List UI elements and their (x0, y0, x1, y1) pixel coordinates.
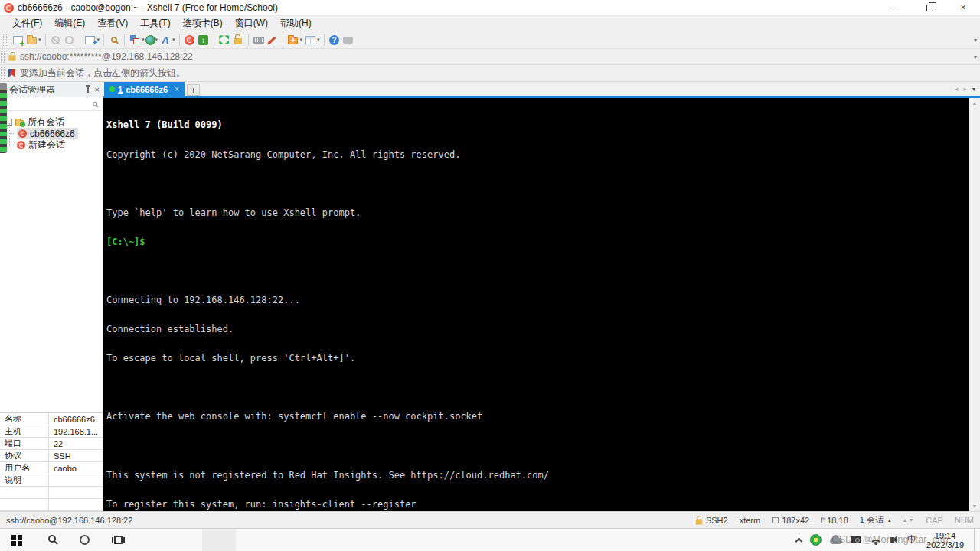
tab-scroll-right-icon[interactable]: ▸ (963, 85, 967, 93)
scroll-up-icon[interactable]: ▲ (972, 100, 978, 106)
tab-session[interactable]: 1 cb66666z6 × (104, 82, 185, 96)
prop-value: caobo (49, 464, 103, 473)
task-view-button[interactable] (101, 529, 135, 551)
lock-icon[interactable] (231, 34, 245, 47)
terminal-line: Connecting to 192.168.146.128:22... (106, 295, 969, 305)
new-file-dropdown[interactable]: ▾ (300, 37, 303, 43)
font-icon[interactable] (158, 34, 172, 47)
taskbar-clock[interactable]: 19:14 2022/3/19 (926, 531, 964, 549)
terminal-area[interactable]: Xshell 7 (Build 0099) Copyright (c) 2020… (103, 98, 980, 511)
taskbar-search-button[interactable] (34, 529, 67, 551)
prop-value: 192.168.1... (49, 427, 103, 436)
status-cursor-position: 18,18 (821, 516, 848, 525)
session-icon (18, 129, 27, 138)
layout-dropdown[interactable]: ▾ (142, 37, 145, 43)
taskbar-vmware-button[interactable] (135, 529, 168, 551)
grid-dropdown[interactable]: ▾ (317, 37, 320, 43)
xshell-icon[interactable] (183, 34, 197, 47)
font-dropdown[interactable]: ▾ (172, 37, 175, 43)
tree-item-new-session[interactable]: 新建会话 (0, 139, 103, 151)
session-count-dropdown[interactable]: 1 会话 ▴ (860, 514, 891, 526)
message-icon[interactable] (341, 34, 355, 47)
antivirus-icon[interactable] (810, 534, 822, 546)
address-lock-icon (9, 55, 16, 60)
show-desktop-button[interactable] (974, 529, 978, 551)
terminal-output[interactable]: Xshell 7 (Build 0099) Copyright (c) 2020… (103, 98, 969, 511)
toolbar-grip (3, 34, 7, 46)
table-row: 名称 cb66666z6 (0, 413, 103, 425)
new-session-icon[interactable] (11, 34, 24, 47)
windows-logo-icon (11, 535, 22, 546)
help-icon[interactable] (328, 34, 341, 47)
terminal-line (106, 383, 969, 393)
new-file-icon[interactable] (286, 34, 300, 47)
clock-time: 19:14 (926, 531, 964, 540)
tray-expand-icon[interactable] (795, 537, 803, 545)
main-area: 会话管理器 × − 所有会话 cb6666 (0, 81, 980, 511)
fullscreen-icon[interactable] (217, 34, 231, 47)
tab-close-icon[interactable]: × (175, 85, 179, 93)
toolbar-overflow-icon[interactable]: ▾ (974, 37, 977, 44)
pin-icon[interactable] (87, 87, 89, 93)
chevron-up-icon: ▴ (888, 517, 891, 523)
grid-icon[interactable] (303, 34, 317, 47)
session-search-input[interactable] (1, 98, 102, 111)
status-terminal-size: 187x42 (772, 516, 809, 525)
restore-button[interactable] (913, 0, 946, 15)
menu-file[interactable]: 文件(F) (6, 17, 48, 30)
table-row-empty (0, 487, 103, 499)
close-button[interactable]: × (946, 0, 980, 15)
xftp-icon[interactable] (197, 34, 211, 47)
address-url-input[interactable]: ssh://caobo:*********@192.168.146.128:22 (20, 51, 193, 62)
terminal-scrollbar[interactable]: ▲ ▼ (969, 98, 980, 511)
taskbar-xshell-button[interactable] (202, 529, 236, 551)
find-icon[interactable] (107, 34, 121, 47)
menu-help[interactable]: 帮助(H) (274, 17, 318, 30)
menu-window[interactable]: 窗口(W) (229, 17, 274, 30)
volume-icon[interactable] (890, 537, 894, 543)
wifi-icon[interactable] (870, 536, 882, 545)
disconnect-icon[interactable] (49, 34, 63, 47)
camera-icon[interactable] (851, 536, 861, 543)
terminal-line: Copyright (c) 2020 NetSarang Computer, I… (106, 150, 969, 160)
start-button[interactable] (0, 529, 34, 551)
add-session-arrow-button[interactable] (0, 83, 7, 153)
tree-item-session[interactable]: cb66666z6 (0, 128, 103, 139)
menu-tools[interactable]: 工具(T) (134, 17, 176, 30)
panel-close-icon[interactable]: × (95, 86, 100, 93)
address-bar-overflow-icon[interactable]: ▾ (974, 54, 977, 60)
layout-icon[interactable] (128, 34, 142, 47)
prop-label: 名称 (0, 413, 49, 425)
keyboard-icon[interactable] (252, 34, 266, 47)
resize-icon (772, 517, 779, 523)
open-session-icon[interactable] (24, 34, 38, 47)
menu-tabs[interactable]: 选项卡(B) (177, 17, 229, 30)
prop-label: 说明 (0, 474, 49, 486)
scroll-down-icon[interactable]: ▼ (972, 504, 978, 509)
cortana-button[interactable] (67, 529, 101, 551)
tab-bar: 1 cb66666z6 × + ◂ ▸ ▾ (103, 82, 980, 98)
session-tree: − 所有会话 cb66666z6 新建会话 (0, 111, 103, 151)
taskbar-edge-button[interactable] (168, 529, 202, 551)
terminal-line: Activate the web console with: systemctl… (106, 412, 969, 422)
session-properties-dropdown[interactable]: ▾ (97, 37, 100, 43)
status-terminal-type: xterm (740, 516, 761, 525)
minimize-button[interactable]: – (879, 0, 913, 15)
search-icon (48, 535, 56, 543)
table-row-empty (0, 499, 103, 511)
web-icon[interactable] (145, 35, 155, 45)
new-tab-button[interactable]: + (187, 84, 200, 96)
menu-view[interactable]: 查看(V) (91, 17, 134, 30)
ime-indicator[interactable]: 中 (907, 533, 916, 546)
compose-icon[interactable] (266, 34, 279, 47)
tab-scroll-left-icon[interactable]: ◂ (955, 85, 959, 93)
menu-edit[interactable]: 编辑(E) (48, 17, 91, 30)
web-dropdown[interactable]: ▾ (155, 37, 158, 43)
traffic-arrows-icon: ▲▼ (902, 517, 914, 523)
tree-root-all-sessions[interactable]: − 所有会话 (0, 116, 103, 128)
session-properties-icon[interactable] (83, 34, 97, 47)
open-session-dropdown[interactable]: ▾ (38, 37, 41, 43)
tab-list-dropdown-icon[interactable]: ▾ (972, 86, 975, 93)
reconnect-icon[interactable] (63, 34, 77, 47)
cloud-icon[interactable] (830, 538, 842, 544)
